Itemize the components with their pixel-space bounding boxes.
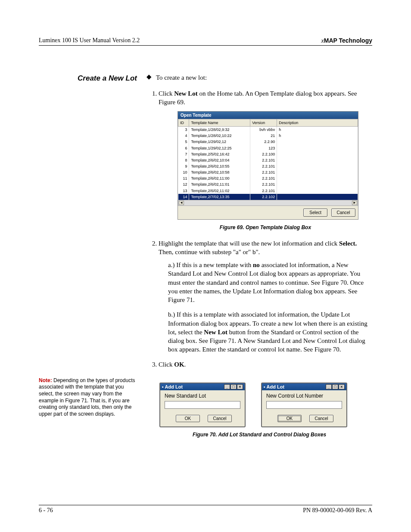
cancel-button[interactable]: Cancel <box>208 415 232 422</box>
note-body: Depending on the types of products assoc… <box>39 377 135 417</box>
step-2: Highlight the template that will use the… <box>159 239 372 354</box>
maximize-icon[interactable]: □ <box>332 384 338 389</box>
open-template-dialog: Open Template ID Template Name Version D… <box>177 111 358 220</box>
figure-70-caption: Figure 70. Add Lot Standard and Control … <box>146 432 372 438</box>
ok-button[interactable]: OK <box>176 415 200 422</box>
scroll-right-icon[interactable]: ► <box>352 201 357 205</box>
page-number: 6 - 76 <box>39 507 53 514</box>
new-control-lot-input[interactable] <box>266 401 342 409</box>
intro-line: To create a new lot: <box>156 74 207 81</box>
table-row[interactable]: 3Template,1/28/02,9:32bvh vbbvh <box>178 127 358 133</box>
diamond-bullet-icon <box>146 75 152 80</box>
app-icon: ▪ <box>162 384 164 389</box>
dialog-title: ▪ Add Lot <box>162 384 183 389</box>
minimize-icon[interactable]: _ <box>224 384 230 389</box>
cancel-button[interactable]: Cancel <box>309 415 333 422</box>
table-row[interactable]: 7Template,2/5/02,16:422.2.100 <box>178 151 358 157</box>
table-row[interactable]: 12Template,2/6/02,11:012.2.101 <box>178 181 358 187</box>
part-number: PN 89-00002-00-069 Rev. A <box>303 507 372 514</box>
header-left: Luminex 100 IS User Manual Version 2.2 <box>39 37 140 44</box>
close-icon[interactable]: × <box>339 384 345 389</box>
page-footer: 6 - 76 PN 89-00002-00-069 Rev. A <box>39 505 372 514</box>
new-standard-lot-label: New Standard Lot <box>165 393 240 399</box>
scroll-left-icon[interactable]: ◄ <box>179 201 184 205</box>
note-block: Note: Depending on the types of products… <box>39 377 142 418</box>
substep-a: a.) If this is a new template with no as… <box>168 261 372 304</box>
table-row[interactable]: 5Template,1/29/02,122.2.90 <box>178 139 358 145</box>
col-id[interactable]: ID <box>178 119 189 127</box>
header-right: xMAP Technology <box>321 37 373 44</box>
col-desc[interactable]: Description <box>277 119 358 127</box>
close-icon[interactable]: × <box>237 384 243 389</box>
dialog-title: Open Template <box>178 112 358 119</box>
new-standard-lot-input[interactable] <box>165 401 240 409</box>
ok-button[interactable]: OK <box>277 415 302 422</box>
table-row[interactable]: 10Template,2/6/02,10:582.2.101 <box>178 169 358 175</box>
add-lot-control-dialog: ▪ Add Lot _ □ × New Control Lot Number <box>261 383 347 427</box>
col-name[interactable]: Template Name <box>189 119 250 127</box>
table-row[interactable]: 4Template,1/28/02,10:2221h <box>178 133 358 139</box>
dialog-title: ▪ Add Lot <box>264 384 284 389</box>
section-heading: Create a New Lot <box>39 74 142 83</box>
table-row[interactable]: 14Template,2/7/02,13:352.2.102 <box>178 194 358 200</box>
horiz-scrollbar[interactable]: ◄ ► <box>178 200 358 206</box>
select-button[interactable]: Select <box>303 208 327 217</box>
step-3: Click OK. <box>159 360 372 369</box>
add-lot-standard-dialog: ▪ Add Lot _ □ × New Standard Lot <box>159 383 246 427</box>
note-label: Note: <box>39 377 52 383</box>
table-row[interactable]: 8Template,2/6/02,10:042.2.101 <box>178 157 358 163</box>
step-list: Click New Lot on the Home tab. An Open T… <box>146 89 372 369</box>
template-table: ID Template Name Version Description 3Te… <box>178 119 358 200</box>
running-header: Luminex 100 IS User Manual Version 2.2 x… <box>39 37 372 46</box>
col-version[interactable]: Version <box>250 119 277 127</box>
table-row[interactable]: 13Template,2/6/02,11:022.2.101 <box>178 188 358 194</box>
maximize-icon[interactable]: □ <box>230 384 237 389</box>
minimize-icon[interactable]: _ <box>326 384 332 389</box>
table-row[interactable]: 6Template,1/29/02,12:25123 <box>178 145 358 151</box>
substep-b: b.) If this is a template with associate… <box>168 310 372 354</box>
app-icon: ▪ <box>264 384 265 389</box>
table-row[interactable]: 11Template,2/6/02,11:002.2.101 <box>178 175 358 181</box>
figure-69-caption: Figure 69. Open Template Dialog Box <box>159 224 372 231</box>
step-1: Click New Lot on the Home tab. An Open T… <box>159 89 372 231</box>
new-control-lot-label: New Control Lot Number <box>266 393 342 399</box>
cancel-button[interactable]: Cancel <box>331 208 355 217</box>
table-row[interactable]: 9Template,2/6/02,10:552.2.101 <box>178 163 358 169</box>
